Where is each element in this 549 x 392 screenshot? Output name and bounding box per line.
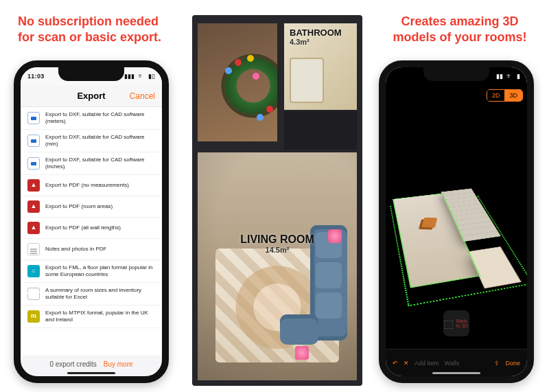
status-icons: ▮▮▮ ᯤ ▮▯ — [122, 73, 155, 80]
export-list[interactable]: Export to DXF, suitable for CAD software… — [21, 107, 162, 356]
battery-icon: ▮ — [517, 73, 520, 80]
status-icons: ▮▮ ᯤ ▮ — [494, 73, 520, 80]
dxf-icon — [27, 135, 40, 147]
tools-button[interactable]: ✕ — [404, 360, 409, 367]
share-button[interactable]: ⇪ — [494, 360, 500, 367]
room-living[interactable]: LIVING ROOM 14.5m² — [198, 152, 357, 380]
done-button[interactable]: Done — [505, 360, 520, 367]
living-label: LIVING ROOM 14.5m² — [240, 233, 314, 254]
phone-export: 11:03 ▮▮▮ ᯤ ▮▯ Export Cancel Export to D… — [14, 60, 169, 383]
export-footer: 0 export credits Buy more — [21, 356, 162, 372]
export-option[interactable]: Export to DXF, suitable for CAD software… — [21, 107, 162, 130]
export-option[interactable]: ▲Export to PDF (no measurements) — [21, 175, 162, 196]
mtrx-icon: m — [27, 310, 40, 323]
room-bathroom[interactable]: BATHROOM 4.3m² — [284, 23, 357, 110]
home-indicator — [67, 372, 115, 374]
export-option-label: Export to DXF, suitable for CAD software… — [45, 111, 155, 125]
room-entry[interactable]: WAY — [198, 23, 277, 141]
3d-model[interactable] — [386, 184, 534, 314]
export-option-label: Notes and photos in PDF — [45, 246, 106, 253]
signal-icon: ▮▮▮ — [124, 73, 135, 80]
export-option-label: Export to PDF (no measurements) — [45, 182, 129, 189]
export-option-label: Export to PDF (room areas) — [45, 203, 113, 210]
export-option-label: Export to FML, a floor plan format popul… — [45, 264, 155, 278]
bathroom-area: 4.3m² — [290, 38, 342, 46]
undo-button[interactable]: ↶ — [393, 360, 398, 367]
cube-icon: ⬚ — [443, 317, 454, 330]
export-navbar: Export Cancel — [21, 85, 162, 107]
export-option-label: Export to MTPIX format, popular in the U… — [45, 310, 155, 323]
pillow-icon — [328, 229, 342, 243]
export-option[interactable]: CSVA summary of room sizes and inventory… — [21, 283, 162, 305]
export-option[interactable]: Notes and photos in PDF — [21, 239, 162, 260]
fml-icon: ⌂ — [27, 265, 40, 277]
status-time — [393, 73, 395, 80]
export-option[interactable]: mExport to MTPIX format, popular in the … — [21, 305, 162, 328]
mode-2d-button[interactable]: 2D — [487, 90, 505, 101]
mode-toggle[interactable]: 2D 3D — [487, 89, 523, 102]
signal-icon: ▮▮ — [496, 73, 503, 80]
export-option[interactable]: Export to DXF, suitable for CAD software… — [21, 130, 162, 152]
walls-button[interactable]: Walls — [445, 360, 460, 367]
export-option[interactable]: Export to DXF, suitable for CAD software… — [21, 152, 162, 175]
pillow-icon — [295, 346, 309, 360]
export-option[interactable]: ▲Export to PDF (all wall lengths) — [21, 218, 162, 239]
bathroom-label: BATHROOM 4.3m² — [290, 27, 342, 46]
wifi-icon: ᯤ — [138, 73, 144, 80]
battery-icon: ▮▯ — [148, 73, 155, 80]
living-area: 14.5m² — [240, 246, 314, 254]
recenter-hint: Back to 3D — [456, 319, 469, 328]
export-option-label: A summary of room sizes and inventory su… — [45, 287, 155, 301]
add-item-button[interactable]: Add item — [414, 360, 439, 367]
export-option-label: Export to DXF, suitable for CAD software… — [45, 157, 155, 170]
pdf-icon: ▲ — [27, 179, 40, 192]
export-title: Export — [77, 91, 105, 101]
export-option[interactable]: ▲Export to PDF (room areas) — [21, 196, 162, 218]
dxf-icon — [27, 157, 40, 170]
export-option[interactable]: ⌂Export to FML, a floor plan format popu… — [21, 260, 162, 283]
right-caption: Creates amazing 3D models of your rooms! — [379, 14, 541, 51]
wreath-decoration — [221, 54, 277, 118]
phone-3d: ▮▮ ᯤ ▮ 2D 3D ⬚ — [379, 60, 534, 383]
export-option-label: Export to DXF, suitable for CAD software… — [45, 134, 155, 148]
home-indicator — [432, 372, 480, 374]
cancel-button[interactable]: Cancel — [130, 91, 155, 101]
left-caption: No subscription needed for scan or basic… — [18, 14, 176, 51]
pdf-icon: ▲ — [27, 222, 40, 234]
wifi-icon: ᯤ — [506, 73, 513, 80]
csv-icon: CSV — [27, 288, 40, 300]
credits-label: 0 export credits — [49, 360, 96, 368]
note-icon — [27, 243, 40, 255]
buy-more-button[interactable]: Buy more — [104, 360, 133, 368]
status-time: 11:03 — [27, 73, 45, 80]
export-option-label: Export to PDF (all wall lengths) — [45, 224, 121, 231]
mode-3d-button[interactable]: 3D — [504, 90, 522, 101]
dxf-icon — [27, 112, 40, 124]
3d-viewer[interactable]: 2D 3D ⬚ Back to 3D — [386, 85, 527, 349]
recenter-button[interactable]: ⬚ Back to 3D — [443, 310, 469, 336]
pdf-icon: ▲ — [27, 200, 40, 213]
floorplan-view[interactable]: WAY BATHROOM 4.3m² LIVING ROOM 14.5m² — [192, 15, 362, 386]
